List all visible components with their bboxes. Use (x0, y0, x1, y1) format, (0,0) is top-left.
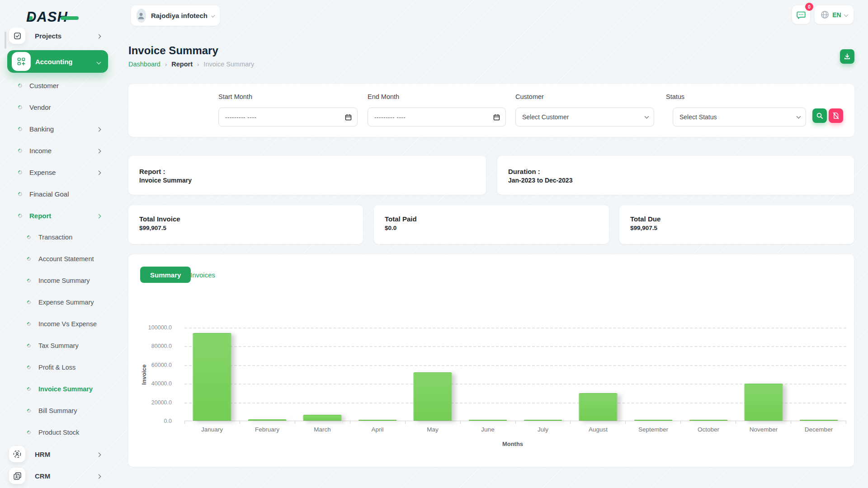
duration-value: Jan-2023 to Dec-2023 (508, 177, 843, 184)
tab-summary[interactable]: Summary (140, 267, 191, 283)
sidebar-item-label: Vendor (29, 103, 51, 111)
sidebar-item-finacial-goal[interactable]: Finacial Goal (0, 183, 117, 205)
chevron-down-icon (97, 57, 100, 66)
total-due-value: $99,907.5 (630, 225, 843, 231)
chart-plot (184, 328, 846, 421)
sidebar-item-income[interactable]: Income (0, 140, 117, 161)
x-tick (791, 421, 846, 424)
sidebar-item-product-stock[interactable]: Product Stock (0, 422, 117, 443)
x-label-december: December (791, 426, 846, 433)
total-due-label: Total Due (630, 215, 843, 223)
sidebar-item-label: Tax Summary (38, 342, 79, 349)
breadcrumb: Dashboard › Report › Invoice Summary (128, 61, 254, 68)
y-tick-label: 80000.0 (151, 343, 172, 349)
bullet-icon (26, 343, 31, 348)
sidebar-item-accounting[interactable]: Accounting (0, 50, 117, 73)
avatar (137, 9, 146, 23)
total-paid-value: $0.0 (385, 225, 598, 231)
breadcrumb-separator: › (165, 61, 167, 68)
bullet-icon (17, 126, 23, 132)
accounting-icon (12, 52, 31, 71)
sidebar-item-label: Report (29, 212, 51, 220)
bar-march (303, 415, 342, 421)
x-label-july: July (515, 426, 571, 433)
end-month-label: End Month (368, 93, 399, 100)
bar-april (359, 420, 397, 421)
chevron-right-icon (97, 32, 100, 40)
x-label-april: April (350, 426, 405, 433)
sidebar-item-label: Finacial Goal (29, 190, 69, 198)
start-month-input[interactable]: --------- ---- (218, 108, 358, 127)
search-button[interactable] (812, 108, 827, 123)
duration-label: Duration : (508, 168, 843, 175)
chart-x-axis-labels: JanuaryFebruaryMarchAprilMayJuneJulyAugu… (184, 426, 846, 433)
language-selector[interactable]: EN (815, 5, 854, 24)
sidebar-item-expense[interactable]: Expense (0, 161, 117, 183)
sidebar-item-crm[interactable]: CRM (0, 465, 117, 487)
x-tick (184, 421, 240, 424)
download-icon (844, 53, 851, 60)
bullet-icon (17, 83, 23, 89)
sidebar-item-label: Accounting (35, 58, 73, 66)
duration-info-card: Duration : Jan-2023 to Dec-2023 (497, 156, 854, 195)
breadcrumb-dashboard-link[interactable]: Dashboard (128, 61, 160, 68)
reset-filter-button[interactable] (829, 108, 843, 123)
chevron-down-icon (797, 116, 800, 118)
end-month-input[interactable]: --------- ---- (368, 108, 506, 127)
total-due-card: Total Due $99,907.5 (619, 205, 854, 244)
sidebar-item-invoice-summary[interactable]: Invoice Summary (0, 378, 117, 400)
chart-bars (184, 328, 846, 421)
sidebar-item-banking[interactable]: Banking (0, 118, 117, 140)
chart-x-axis-title: Months (502, 441, 523, 447)
bullet-icon (26, 278, 31, 283)
bar-may (414, 372, 452, 421)
bar-june (469, 420, 507, 421)
bar-july (524, 420, 562, 421)
calendar-icon (493, 114, 500, 121)
notifications-button[interactable]: 0 (792, 5, 810, 24)
bullet-icon (17, 213, 23, 219)
sidebar-item-customer[interactable]: Customer (0, 75, 117, 96)
report-info-card: Report : Invoice Summary (128, 156, 486, 195)
bar-november (745, 384, 783, 421)
breadcrumb-report-link[interactable]: Report (171, 61, 193, 68)
x-tick (460, 421, 515, 424)
sidebar-item-income-summary[interactable]: Income Summary (0, 270, 117, 291)
total-paid-label: Total Paid (385, 215, 598, 223)
language-code: EN (832, 11, 841, 19)
bullet-icon (26, 430, 31, 435)
y-tick-label: 60000.0 (151, 362, 172, 368)
sidebar-item-label: Product Stock (38, 429, 79, 436)
tab-invoices[interactable]: Invoices (190, 267, 215, 283)
x-label-may: May (405, 426, 460, 433)
logo-accent-dash (61, 16, 79, 20)
bar-january (193, 333, 231, 421)
sidebar-item-label: Bill Summary (38, 407, 77, 414)
x-tick (680, 421, 736, 424)
sidebar-item-transaction[interactable]: Transaction (0, 226, 117, 248)
x-label-march: March (295, 426, 350, 433)
sidebar-item-label: Income Summary (38, 277, 90, 284)
bullet-icon (26, 321, 31, 326)
chevron-right-icon (97, 211, 100, 220)
sidebar-item-profit-loss[interactable]: Profit & Loss (0, 357, 117, 378)
sidebar-item-bill-summary[interactable]: Bill Summary (0, 400, 117, 422)
bullet-icon (17, 104, 23, 110)
breadcrumb-separator: › (197, 61, 199, 68)
sidebar-item-projects[interactable]: Projects (0, 25, 117, 47)
workspace-selector[interactable]: Rajodiya infotech (131, 5, 220, 26)
sidebar-item-tax-summary[interactable]: Tax Summary (0, 335, 117, 357)
sidebar-item-income-vs-expense[interactable]: Income Vs Expense (0, 313, 117, 335)
x-tick (240, 421, 295, 424)
globe-icon (821, 10, 829, 19)
customer-select[interactable]: Select Customer (515, 108, 654, 127)
status-select[interactable]: Select Status (673, 108, 806, 127)
chevron-right-icon (97, 125, 100, 133)
sidebar-item-vendor[interactable]: Vendor (0, 96, 117, 118)
bar-october (689, 420, 728, 421)
sidebar-item-expense-summary[interactable]: Expense Summary (0, 291, 117, 313)
sidebar-item-account-statement[interactable]: Account Statement (0, 248, 117, 270)
sidebar-item-report[interactable]: Report (0, 205, 117, 226)
download-button[interactable] (840, 49, 854, 64)
sidebar-item-hrm[interactable]: HRM (0, 443, 117, 465)
